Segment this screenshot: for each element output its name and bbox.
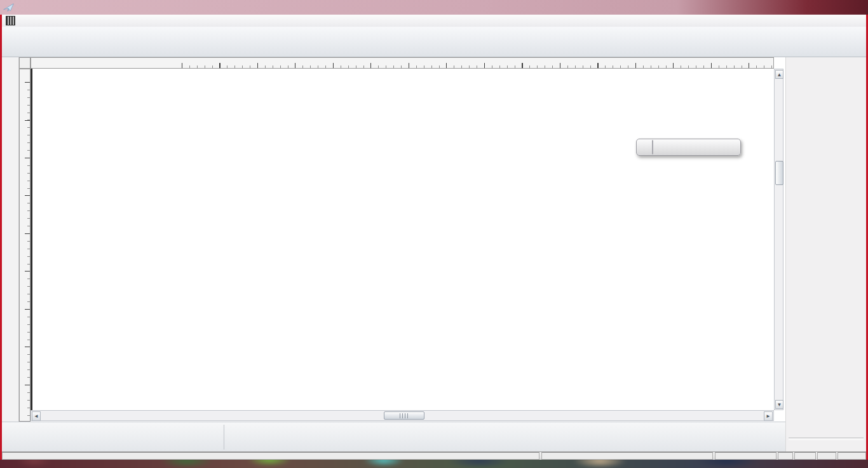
desktop-strip bbox=[0, 460, 868, 468]
ruler-corner bbox=[19, 57, 31, 69]
vertical-ruler bbox=[19, 69, 31, 422]
scroll-down-arrow[interactable]: ▼ bbox=[775, 400, 783, 409]
status-help-text bbox=[2, 452, 539, 460]
title-bar bbox=[0, 0, 868, 15]
app-logo-icon bbox=[3, 3, 14, 12]
color-panel[interactable] bbox=[636, 139, 741, 156]
drawing-tool-palette bbox=[2, 57, 19, 422]
status-blank-1 bbox=[778, 452, 793, 460]
horizontal-ruler bbox=[31, 57, 774, 69]
bottom-toolbar-divider bbox=[224, 425, 224, 450]
status-cursor-position bbox=[715, 452, 776, 460]
mode-sidebar bbox=[785, 57, 866, 460]
sidebar-divider bbox=[789, 437, 864, 440]
artwork-layer bbox=[31, 69, 222, 164]
vertical-scrollbar[interactable]: ▲ ▼ bbox=[774, 69, 783, 410]
scroll-up-arrow[interactable]: ▲ bbox=[775, 70, 783, 79]
status-timer bbox=[837, 452, 866, 460]
document-icon[interactable] bbox=[6, 16, 15, 25]
horizontal-scrollbar[interactable]: ◄ ► bbox=[31, 410, 774, 421]
menu-bar bbox=[2, 15, 866, 27]
horizontal-scroll-thumb[interactable] bbox=[384, 411, 424, 420]
color-panel-buttons bbox=[652, 140, 653, 155]
bottom-toolbar bbox=[2, 422, 785, 452]
status-num-lock bbox=[794, 452, 816, 460]
status-blank-2 bbox=[817, 452, 836, 460]
drawing-canvas[interactable] bbox=[31, 69, 775, 410]
status-bar bbox=[2, 451, 866, 460]
vertical-scroll-thumb[interactable] bbox=[775, 161, 783, 185]
scroll-left-arrow[interactable]: ◄ bbox=[32, 411, 41, 421]
main-toolbar bbox=[2, 27, 866, 57]
status-dimensions bbox=[541, 452, 713, 460]
scroll-right-arrow[interactable]: ► bbox=[764, 411, 773, 421]
